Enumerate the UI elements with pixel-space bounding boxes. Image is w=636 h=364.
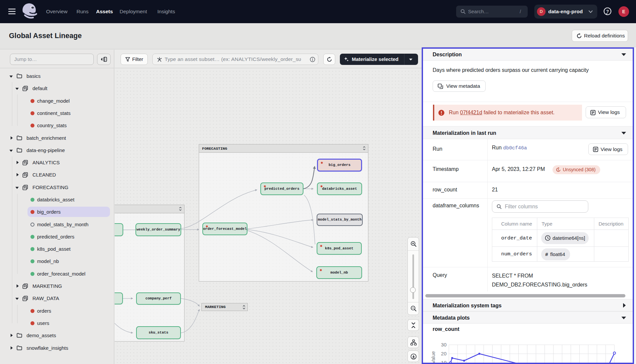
svg-text:30: 30	[441, 342, 447, 347]
svg-text:Value: Value	[430, 351, 436, 363]
svg-text:?: ?	[606, 9, 609, 14]
svg-text:10: 10	[441, 360, 447, 363]
svg-text:20: 20	[441, 351, 447, 356]
